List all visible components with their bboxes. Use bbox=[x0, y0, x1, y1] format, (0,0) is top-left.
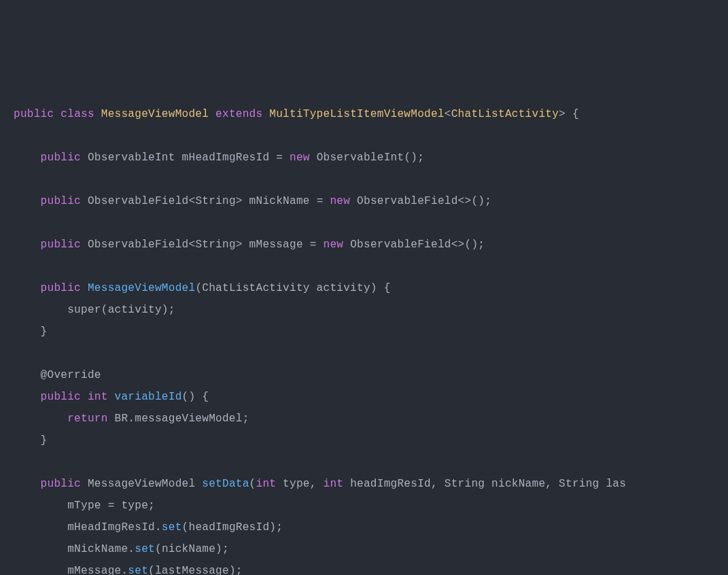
semicolon: ; bbox=[169, 304, 175, 316]
paren-open: ( bbox=[182, 391, 189, 403]
method-set: set bbox=[128, 565, 148, 575]
keyword-new: new bbox=[324, 239, 344, 251]
dot: . bbox=[155, 521, 162, 534]
method-set: set bbox=[162, 521, 182, 534]
paren-close: ) bbox=[471, 239, 478, 251]
paren-open: ( bbox=[101, 304, 108, 316]
keyword-public: public bbox=[41, 391, 81, 403]
paren-close: ) bbox=[478, 195, 485, 207]
constructor-name: MessageViewModel bbox=[88, 282, 195, 294]
field-head: mHeadImgResId bbox=[182, 152, 270, 164]
type-observablefield: ObservableField bbox=[357, 195, 458, 207]
arg-type: type bbox=[121, 500, 148, 512]
keyword-int: int bbox=[324, 478, 344, 490]
paren-open: ( bbox=[182, 521, 189, 534]
paren-close: ) bbox=[269, 521, 276, 534]
semicolon: ; bbox=[236, 565, 243, 575]
super-call: super bbox=[67, 304, 101, 316]
keyword-public: public bbox=[41, 478, 81, 490]
br-ref: BR.messageViewModel bbox=[115, 413, 243, 425]
paren-open: ( bbox=[471, 195, 478, 207]
type-observableint: ObservableInt bbox=[88, 152, 175, 164]
type-observablefield: ObservableField bbox=[88, 239, 189, 251]
angle-close: > bbox=[559, 108, 566, 120]
equals: = bbox=[269, 152, 290, 164]
paren-open: ( bbox=[249, 478, 256, 490]
angle-open: < bbox=[188, 195, 195, 207]
type-observablefield: ObservableField bbox=[88, 195, 189, 207]
keyword-int: int bbox=[88, 391, 108, 403]
angle-open: < bbox=[188, 239, 195, 251]
paren-open: ( bbox=[155, 543, 162, 555]
dot: . bbox=[128, 543, 135, 555]
equals: = bbox=[310, 195, 330, 207]
generic-type: ChatListActivity bbox=[451, 108, 559, 120]
keyword-return: return bbox=[67, 413, 107, 425]
keyword-int: int bbox=[256, 478, 277, 490]
paren-close: ) bbox=[162, 304, 169, 316]
setdata-params: type, bbox=[276, 478, 323, 490]
annotation-override: @Override bbox=[41, 369, 101, 381]
paren-close: ) bbox=[229, 565, 236, 575]
field-nick: mNickName bbox=[67, 543, 128, 555]
keyword-public: public bbox=[41, 282, 81, 294]
field-nick: mNickName bbox=[249, 195, 310, 207]
code-block: public class MessageViewModel extends Mu… bbox=[14, 103, 714, 575]
angle-open: < bbox=[445, 108, 451, 120]
arg-nick: nickName bbox=[162, 543, 215, 555]
brace-close: } bbox=[41, 434, 48, 447]
arg-head: headImgResId bbox=[188, 521, 269, 534]
class-name-main: MessageViewModel bbox=[101, 108, 209, 120]
keyword-public: public bbox=[14, 108, 54, 120]
class-name-super: MultiTypeListItemViewModel bbox=[269, 108, 444, 120]
angle-empty: <> bbox=[458, 195, 472, 207]
brace-open: { bbox=[572, 108, 579, 120]
type-observableint: ObservableInt bbox=[317, 152, 404, 164]
paren-open: ( bbox=[195, 282, 202, 294]
keyword-new: new bbox=[290, 152, 310, 164]
method-setdata: setData bbox=[202, 478, 249, 490]
field-type: mType bbox=[67, 500, 101, 512]
paren-close: ) bbox=[411, 152, 417, 164]
return-type: MessageViewModel bbox=[88, 478, 195, 490]
ctor-arg: activity bbox=[108, 304, 162, 316]
keyword-class: class bbox=[60, 108, 94, 120]
keyword-extends: extends bbox=[215, 108, 262, 120]
equals: = bbox=[303, 239, 324, 251]
paren-open: ( bbox=[465, 239, 472, 251]
paren-close: ) bbox=[188, 391, 195, 403]
paren-open: ( bbox=[404, 152, 411, 164]
paren-close: ) bbox=[370, 282, 377, 294]
dot: . bbox=[121, 565, 128, 575]
paren-close: ) bbox=[215, 543, 222, 555]
semicolon: ; bbox=[148, 500, 155, 512]
semicolon: ; bbox=[243, 413, 249, 425]
setdata-params: headImgResId, String nickName, String la… bbox=[343, 478, 626, 490]
semicolon: ; bbox=[478, 239, 485, 251]
angle-close: > bbox=[236, 239, 243, 251]
keyword-public: public bbox=[41, 239, 81, 251]
semicolon: ; bbox=[485, 195, 491, 207]
angle-empty: <> bbox=[451, 239, 465, 251]
type-string: String bbox=[195, 195, 235, 207]
keyword-public: public bbox=[41, 195, 81, 207]
method-variableid: variableId bbox=[115, 391, 182, 403]
method-set: set bbox=[135, 543, 155, 555]
type-observablefield: ObservableField bbox=[350, 239, 451, 251]
paren-open: ( bbox=[148, 565, 155, 575]
type-string: String bbox=[195, 239, 235, 251]
angle-close: > bbox=[236, 195, 243, 207]
field-head: mHeadImgResId bbox=[67, 521, 155, 534]
ctor-param: ChatListActivity activity bbox=[202, 282, 370, 294]
brace-open: { bbox=[384, 282, 391, 294]
keyword-new: new bbox=[330, 195, 350, 207]
semicolon: ; bbox=[222, 543, 229, 555]
semicolon: ; bbox=[417, 152, 424, 164]
field-msg: mMessage bbox=[67, 565, 121, 575]
brace-close: } bbox=[41, 326, 48, 338]
brace-open: { bbox=[202, 391, 209, 403]
semicolon: ; bbox=[276, 521, 283, 534]
arg-msg: lastMessage bbox=[155, 565, 229, 575]
keyword-public: public bbox=[41, 152, 81, 164]
field-msg: mMessage bbox=[249, 239, 303, 251]
